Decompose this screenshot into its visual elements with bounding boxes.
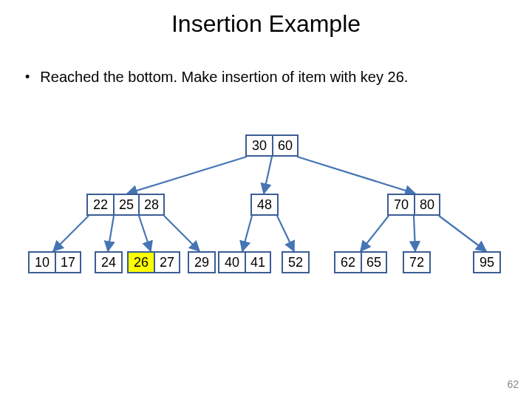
node-cell: 40 bbox=[219, 253, 245, 272]
svg-line-3 bbox=[53, 216, 89, 251]
svg-line-8 bbox=[277, 216, 294, 251]
node-cell: 95 bbox=[474, 253, 499, 272]
leaf-node: 72 bbox=[403, 251, 431, 273]
svg-line-9 bbox=[361, 216, 389, 251]
node-cell: 27 bbox=[154, 253, 179, 272]
node-cell: 60 bbox=[272, 136, 297, 155]
node-cell: 22 bbox=[88, 195, 113, 214]
leaf-node: 26 27 bbox=[127, 251, 180, 273]
leaf-node: 52 bbox=[282, 251, 310, 273]
svg-line-6 bbox=[164, 216, 200, 251]
node-cell: 65 bbox=[361, 253, 386, 272]
internal-node: 48 bbox=[250, 194, 279, 216]
svg-line-4 bbox=[108, 216, 114, 251]
slide-number: 62 bbox=[507, 378, 519, 390]
leaf-node: 40 41 bbox=[218, 251, 271, 273]
node-cell-highlighted: 26 bbox=[129, 253, 154, 272]
node-cell: 28 bbox=[138, 195, 163, 214]
node-cell: 41 bbox=[245, 253, 270, 272]
svg-line-5 bbox=[139, 216, 151, 251]
node-cell: 25 bbox=[113, 195, 138, 214]
node-cell: 80 bbox=[414, 195, 439, 214]
node-cell: 52 bbox=[283, 253, 308, 272]
svg-line-1 bbox=[264, 157, 272, 194]
node-cell: 17 bbox=[55, 253, 80, 272]
svg-line-7 bbox=[242, 216, 252, 251]
node-cell: 29 bbox=[189, 253, 214, 272]
svg-line-0 bbox=[127, 157, 247, 194]
node-cell: 10 bbox=[30, 253, 55, 272]
leaf-node: 62 65 bbox=[334, 251, 387, 273]
leaf-node: 95 bbox=[473, 251, 501, 273]
node-cell: 30 bbox=[247, 136, 272, 155]
node-cell: 70 bbox=[389, 195, 414, 214]
node-cell: 48 bbox=[252, 195, 277, 214]
leaf-node: 24 bbox=[95, 251, 123, 273]
internal-node: 22 25 28 bbox=[86, 194, 165, 216]
svg-line-10 bbox=[414, 216, 415, 251]
node-cell: 62 bbox=[335, 253, 361, 272]
svg-line-2 bbox=[297, 157, 415, 194]
node-cell: 24 bbox=[96, 253, 121, 272]
root-node: 30 60 bbox=[245, 134, 299, 157]
leaf-node: 10 17 bbox=[28, 251, 81, 273]
node-cell: 72 bbox=[404, 253, 429, 272]
svg-line-11 bbox=[439, 216, 486, 251]
internal-node: 70 80 bbox=[387, 194, 440, 216]
leaf-node: 29 bbox=[188, 251, 216, 273]
